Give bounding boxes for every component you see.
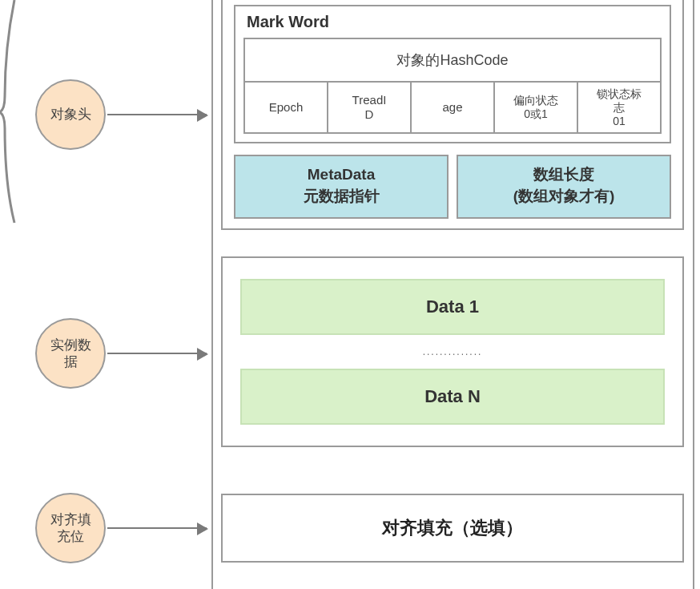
node-instance-data: 实例数 据 (35, 318, 106, 389)
panel-padding: 对齐填充（选填） (221, 494, 684, 563)
data-last: Data N (240, 369, 665, 425)
container-right-border (693, 0, 694, 589)
node-padding: 对齐填 充位 (35, 493, 106, 563)
cell-epoch: Epoch (245, 83, 328, 132)
node-padding-label: 对齐填 充位 (50, 511, 91, 546)
arrow-to-header (107, 114, 207, 115)
brace-decoration (0, 0, 16, 224)
markword-grid: Epoch TreadI D age 偏向状态 0或1 锁状态标 志 01 (243, 83, 662, 134)
padding-text: 对齐填充（选填） (382, 516, 523, 540)
data-first: Data 1 (240, 279, 665, 335)
node-object-header-label: 对象头 (50, 106, 91, 123)
container-left-border (211, 0, 213, 589)
cell-threadid: TreadI D (328, 83, 412, 132)
markword-hashcode: 对象的HashCode (243, 38, 662, 83)
box-array-length: 数组长度 (数组对象才有) (457, 155, 671, 218)
cell-bias-state: 偏向状态 0或1 (495, 83, 578, 132)
panel-instance-data: Data 1 .............. Data N (221, 256, 684, 447)
node-object-header: 对象头 (35, 79, 106, 150)
node-instance-data-label: 实例数 据 (50, 337, 91, 371)
box-metadata-pointer: MetaData 元数据指针 (234, 155, 449, 218)
meta-row: MetaData 元数据指针 数组长度 (数组对象才有) (234, 155, 671, 218)
markword-box: Mark Word 对象的HashCode Epoch TreadI D age… (234, 5, 671, 143)
panel-object-header: Mark Word 对象的HashCode Epoch TreadI D age… (221, 0, 684, 230)
arrow-to-data (107, 353, 207, 354)
markword-title: Mark Word (243, 11, 662, 38)
cell-age: age (412, 83, 495, 132)
data-ellipsis: .............. (240, 335, 665, 369)
arrow-to-padding (107, 527, 207, 529)
cell-lock-flag: 锁状态标 志 01 (578, 83, 660, 132)
